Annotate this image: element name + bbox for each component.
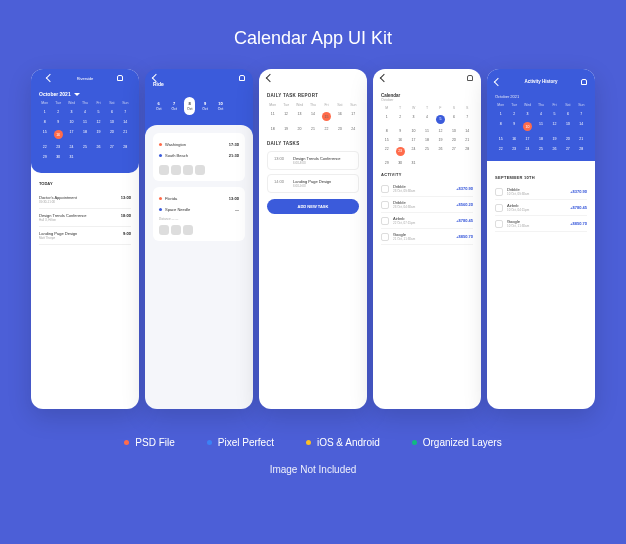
date-cell[interactable]: 11 (421, 127, 432, 134)
date-cell[interactable]: 10 (522, 120, 533, 133)
task-row[interactable]: Doctor's Appointment09:30-11:0013:00 (39, 191, 131, 209)
bell-icon[interactable] (239, 75, 245, 81)
date-cell[interactable]: 13 (448, 127, 459, 134)
date-cell[interactable]: 24 (66, 143, 77, 151)
date-cell[interactable]: 7 (120, 108, 131, 116)
date-cell[interactable]: 4 (535, 110, 546, 118)
ride-card[interactable]: Florida13:00Space Needle—Distance — — (153, 187, 245, 241)
date-cell[interactable]: 4 (79, 108, 90, 116)
date-cell[interactable]: 18 (267, 125, 278, 133)
date-cell[interactable]: 25 (79, 143, 90, 151)
date-cell[interactable]: 9 (52, 118, 63, 126)
bell-icon[interactable] (467, 75, 473, 81)
date-cell[interactable]: 24 (348, 125, 359, 133)
date-cell[interactable]: 19 (93, 128, 104, 141)
date-cell[interactable]: 23 (508, 145, 519, 153)
date-cell[interactable]: 12 (549, 120, 560, 133)
date-cell[interactable]: 6 (562, 110, 573, 118)
add-task-button[interactable]: ADD NEW TASK (267, 199, 359, 214)
date-cell[interactable]: 17 (408, 136, 419, 143)
date-cell[interactable]: 28 (576, 145, 587, 153)
date-cell[interactable]: 13 (562, 120, 573, 133)
date-cell[interactable]: 9 (394, 127, 405, 134)
date-cell[interactable]: 20 (106, 128, 117, 141)
date-cell[interactable]: 2 (508, 110, 519, 118)
date-cell[interactable]: 24 (408, 145, 419, 157)
calendar-grid[interactable]: 1234567891011121314151617181920212223242… (381, 113, 473, 166)
date-cell[interactable]: 4 (421, 113, 432, 125)
date-cell[interactable]: 3 (408, 113, 419, 125)
date-cell[interactable]: 8 (495, 120, 506, 133)
date-cell[interactable]: 11 (535, 120, 546, 133)
date-cell[interactable]: 17 (66, 128, 77, 141)
date-cell[interactable]: 8 (381, 127, 392, 134)
day-chip[interactable]: 7Oct (168, 97, 179, 115)
date-cell[interactable]: 12 (435, 127, 446, 134)
date-cell[interactable]: 29 (39, 153, 50, 161)
date-cell[interactable]: 3 (522, 110, 533, 118)
back-icon[interactable] (380, 74, 388, 82)
ride-card[interactable]: Washington17:30South Beach21:30 (153, 133, 245, 181)
date-cell[interactable]: 28 (462, 145, 473, 157)
date-cell[interactable]: 25 (421, 145, 432, 157)
date-cell[interactable]: 28 (120, 143, 131, 151)
date-cell[interactable]: 15 (495, 135, 506, 143)
date-cell[interactable]: 27 (448, 145, 459, 157)
activity-row[interactable]: Airbnb22 Oct, 07:15pm+$780.45 (381, 213, 473, 229)
date-cell[interactable]: 27 (562, 145, 573, 153)
day-chip[interactable]: 6Oct (153, 97, 164, 115)
date-cell[interactable]: 10 (408, 127, 419, 134)
date-cell[interactable]: 18 (421, 136, 432, 143)
date-cell[interactable]: 27 (106, 143, 117, 151)
date-cell[interactable]: 30 (52, 153, 63, 161)
date-cell[interactable]: 26 (549, 145, 560, 153)
back-icon[interactable] (494, 77, 502, 85)
date-cell[interactable]: 21 (576, 135, 587, 143)
date-cell[interactable]: 31 (66, 153, 77, 161)
date-cell[interactable]: 21 (307, 125, 318, 133)
date-cell[interactable]: 13 (106, 118, 117, 126)
day-chip[interactable]: 9Oct (199, 97, 210, 115)
date-cell[interactable]: 11 (267, 110, 278, 123)
date-cell[interactable]: 18 (79, 128, 90, 141)
date-cell[interactable]: 6 (448, 113, 459, 125)
task-row[interactable]: Landing Page DesignMatt Thorpe9:00 (39, 227, 131, 245)
date-cell[interactable]: 17 (522, 135, 533, 143)
activity-row[interactable]: Dribble23 Oct, 09:30am+$370.90 (381, 181, 473, 197)
date-cell[interactable]: 15 (39, 128, 50, 141)
date-cell[interactable]: 30 (394, 159, 405, 166)
date-cell[interactable]: 5 (435, 113, 446, 125)
back-icon[interactable] (46, 74, 54, 82)
activity-row[interactable]: Google21 Oct, 11:30am+$850.70 (381, 229, 473, 245)
date-cell[interactable]: 9 (508, 120, 519, 133)
date-cell[interactable]: 13 (294, 110, 305, 123)
date-cell[interactable]: 7 (576, 110, 587, 118)
date-cell[interactable]: 12 (93, 118, 104, 126)
activity-row[interactable]: Google10 Oct, 11:30am+$850.70 (495, 216, 587, 232)
date-cell[interactable]: 29 (381, 159, 392, 166)
activity-row[interactable]: Airbnb10 Oct, 04:15pm+$780.45 (495, 200, 587, 216)
date-cell[interactable]: 14 (307, 110, 318, 123)
date-cell[interactable]: 19 (549, 135, 560, 143)
date-cell[interactable]: 5 (93, 108, 104, 116)
date-cell[interactable]: 17 (348, 110, 359, 123)
date-cell[interactable]: 21 (120, 128, 131, 141)
bell-icon[interactable] (117, 75, 123, 81)
calendar-grid[interactable]: 1234567891011121314151617181920212223242… (39, 108, 131, 161)
date-cell[interactable]: 3 (66, 108, 77, 116)
day-chip[interactable]: 8Oct (184, 97, 195, 115)
date-cell[interactable]: 1 (381, 113, 392, 125)
date-cell[interactable]: 16 (334, 110, 345, 123)
date-cell[interactable]: 22 (495, 145, 506, 153)
date-cell[interactable]: 14 (576, 120, 587, 133)
date-cell[interactable]: 15 (321, 110, 332, 123)
date-cell[interactable]: 1 (39, 108, 50, 116)
date-cell[interactable]: 2 (52, 108, 63, 116)
date-cell[interactable]: 22 (39, 143, 50, 151)
day-picker[interactable]: 6Oct7Oct8Oct9Oct10Oct (145, 93, 253, 119)
task-row[interactable]: Design Trends ConferenceHall 3, Hilton18… (39, 209, 131, 227)
date-cell[interactable]: 19 (435, 136, 446, 143)
date-cell[interactable]: 22 (381, 145, 392, 157)
date-cell[interactable]: 10 (66, 118, 77, 126)
date-cell[interactable]: 22 (321, 125, 332, 133)
